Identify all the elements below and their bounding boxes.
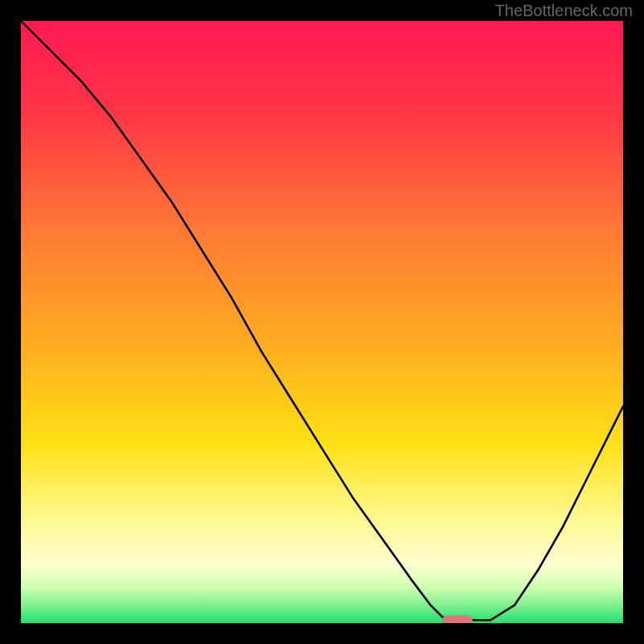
chart-svg xyxy=(21,21,623,623)
optimal-marker xyxy=(443,615,473,623)
bottleneck-curve xyxy=(21,21,623,620)
watermark-text: TheBottleneck.com xyxy=(495,2,633,20)
plot-area xyxy=(21,21,623,623)
